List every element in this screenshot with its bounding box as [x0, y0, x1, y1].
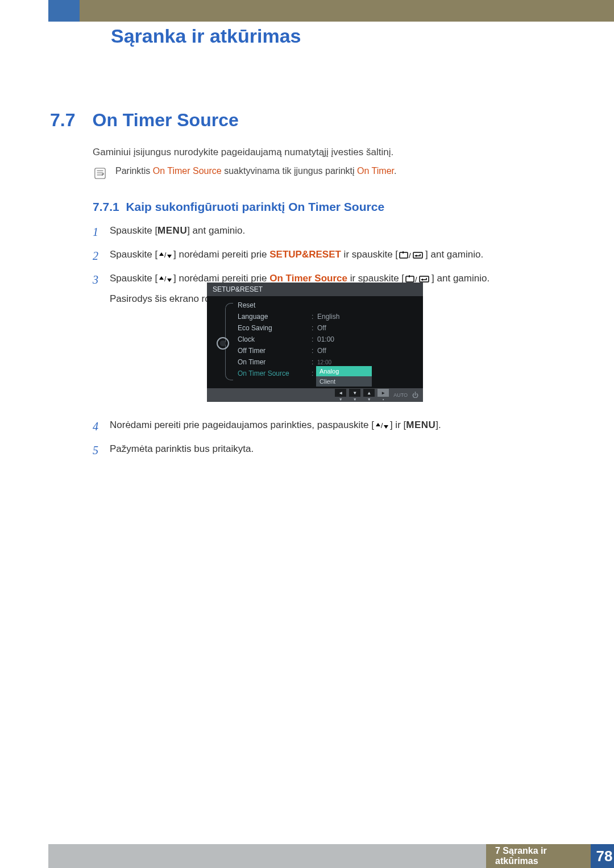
footer-chapter-label: 7 Sąranka ir atkūrimas — [486, 844, 591, 868]
step-number: 3 — [93, 271, 110, 306]
osd-label: Language — [238, 313, 312, 321]
svg-rect-21 — [420, 276, 429, 282]
osd-row-clock[interactable]: Clock : 01:00 — [235, 334, 420, 345]
osd-nav-bar: ◄▼ ▼▼ ▲▼ ►• AUTO ⏻ — [207, 388, 423, 402]
svg-marker-17 — [167, 279, 172, 282]
svg-marker-22 — [421, 279, 423, 281]
osd-value: English — [317, 313, 417, 321]
osd-label: Off Timer — [238, 347, 312, 355]
note-highlight-2: On Timer — [357, 166, 394, 176]
note-text: Parinktis On Timer Source suaktyvinama t… — [115, 165, 560, 177]
osd-value-obscured: 12:00 — [317, 359, 417, 366]
nav-auto-label[interactable]: AUTO — [393, 392, 408, 398]
section-number: 7.7 — [50, 110, 75, 130]
svg-text:/: / — [164, 275, 167, 283]
gear-icon — [217, 337, 229, 350]
osd-dropdown-option-analog[interactable]: Analog — [316, 366, 372, 376]
text: Norėdami pereiti prie pageidaujamos pari… — [110, 420, 374, 430]
up-down-icon: / — [375, 422, 389, 430]
svg-marker-7 — [159, 252, 164, 256]
nav-left[interactable]: ◄▼ — [335, 389, 346, 401]
svg-rect-0 — [95, 168, 105, 178]
section-title: On Timer Source — [92, 110, 238, 130]
osd-row-reset[interactable]: Reset — [235, 300, 420, 311]
footer: 7 Sąranka ir atkūrimas 78 — [48, 844, 614, 868]
osd-label: Reset — [238, 301, 312, 309]
step-1: 1 Spauskite [MENU] ant gaminio. — [93, 223, 559, 240]
svg-rect-13 — [413, 252, 422, 258]
note-text-pre: Parinktis — [115, 166, 153, 176]
osd-label: On Timer Source — [238, 369, 312, 377]
osd-title: SETUP&RESET — [207, 283, 423, 296]
osd-label: Eco Saving — [238, 324, 312, 332]
osd-colon: : — [312, 335, 317, 343]
step-number: 2 — [93, 247, 110, 264]
note-box: Parinktis On Timer Source suaktyvinama t… — [94, 165, 560, 177]
step-body: Norėdami pereiti prie pageidaujamos pari… — [110, 418, 559, 435]
subsection-title: Kaip sukonfigūruoti parinktį On Timer So… — [126, 200, 384, 213]
step-body: Spauskite [/] norėdami pereiti prie SETU… — [110, 247, 559, 264]
svg-marker-14 — [414, 255, 417, 257]
subsection-number: 7.7.1 — [93, 200, 119, 213]
step-body: Spauskite [MENU] ant gaminio. — [110, 223, 559, 240]
footer-page-number: 78 — [591, 844, 614, 868]
nav-up[interactable]: ▲▼ — [363, 389, 375, 401]
nav-down[interactable]: ▼▼ — [349, 389, 360, 401]
step-number: 4 — [93, 418, 110, 435]
source-enter-icon: / — [399, 251, 424, 260]
step-5: 5 Pažymėta parinktis bus pritaikyta. — [93, 442, 559, 459]
up-down-icon: / — [159, 275, 172, 283]
power-icon[interactable]: ⏻ — [412, 392, 418, 398]
svg-marker-9 — [167, 255, 172, 258]
text: Spauskite [ — [110, 249, 157, 260]
menu-button-label: MENU — [406, 420, 435, 430]
osd-colon: : — [312, 313, 317, 321]
step-number: 5 — [93, 442, 110, 459]
osd-dropdown-option-client[interactable]: Client — [316, 376, 372, 387]
text: ] ant gaminio. — [432, 273, 489, 284]
up-down-icon: / — [159, 251, 172, 259]
osd-colon: : — [312, 358, 317, 366]
osd-label: Clock — [238, 335, 312, 343]
osd-label: On Timer — [238, 358, 312, 366]
osd-row-offtimer[interactable]: Off Timer : Off — [235, 345, 420, 356]
note-text-post: . — [394, 166, 396, 176]
osd-colon: : — [312, 324, 317, 332]
text: ] ir [ — [390, 420, 406, 430]
osd-row-eco[interactable]: Eco Saving : Off — [235, 322, 420, 334]
osd-icon-column — [210, 300, 235, 387]
text: ir spauskite [ — [341, 249, 398, 260]
page-title: Sąranka ir atkūrimas — [111, 25, 301, 47]
nav-right[interactable]: ►• — [377, 389, 389, 401]
top-bar-olive — [80, 0, 614, 22]
svg-rect-18 — [406, 276, 414, 282]
note-icon — [94, 167, 106, 180]
section-intro: Gaminiui įsijungus nurodykite pageidauja… — [93, 147, 393, 158]
svg-marker-23 — [376, 423, 380, 426]
svg-marker-15 — [159, 276, 164, 280]
svg-rect-10 — [400, 252, 408, 258]
note-text-mid: suaktyvinama tik įjungus parinktį — [222, 166, 357, 176]
osd-row-language[interactable]: Language : English — [235, 311, 420, 322]
text: ] ant gaminio. — [425, 249, 483, 260]
text: ] ant gaminio. — [187, 225, 245, 236]
text: Spauskite [ — [110, 273, 157, 284]
osd-dropdown: Analog Client — [316, 366, 372, 387]
svg-text:/: / — [164, 251, 167, 259]
step-2: 2 Spauskite [/] norėdami pereiti prie SE… — [93, 247, 559, 264]
footer-gray-bar — [48, 844, 486, 868]
osd-body: Reset Language : English Eco Saving : Of… — [207, 296, 423, 388]
text: Spauskite [ — [110, 225, 157, 236]
top-tab-blue — [48, 0, 80, 22]
note-highlight-1: On Timer Source — [153, 166, 222, 176]
highlight: SETUP&RESET — [269, 249, 341, 260]
osd-colon: : — [312, 347, 317, 355]
text: ]. — [435, 420, 441, 430]
osd-menu: SETUP&RESET Reset Language : English Eco… — [207, 283, 423, 402]
steps-lower: 4 Norėdami pereiti prie pageidaujamos pa… — [93, 418, 559, 466]
svg-marker-25 — [384, 425, 388, 429]
text: ] norėdami pereiti prie — [173, 249, 269, 260]
step-4: 4 Norėdami pereiti prie pageidaujamos pa… — [93, 418, 559, 435]
svg-text:/: / — [381, 422, 383, 430]
svg-text:/: / — [409, 251, 411, 260]
